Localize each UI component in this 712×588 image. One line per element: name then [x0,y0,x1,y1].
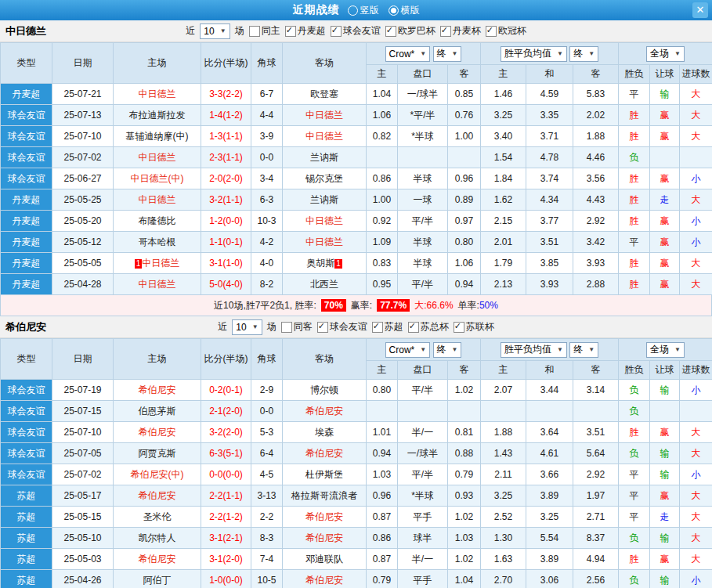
col-type: 类型 [1,43,52,84]
checkbox-icon [440,26,451,37]
league-checkbox[interactable]: 球会友谊 [317,320,367,334]
result-cell: 平 [619,507,650,528]
match-count-select[interactable]: 10 ▼ [232,319,262,335]
date-cell: 25-05-25 [52,189,114,211]
checkbox-icon [285,26,296,37]
select-value: Crow* [389,345,415,355]
handicap-line-cell: 半球 [398,168,448,189]
goals-result-cell: 大 [680,443,712,464]
odds-source-select[interactable]: Crow*▼ [385,46,431,62]
avg-away-cell: 4.43 [573,189,619,211]
goals-result-cell: 小 [680,380,712,401]
odds-home-cell [367,147,398,168]
avg-final-select[interactable]: 终▼ [569,46,598,62]
filter-bar: 近 10 ▼ 场 同客 球会友谊 [218,319,493,335]
handicap-line-cell: 一球 [398,189,448,211]
score-cell: 2-2(1-1) [201,485,251,507]
match-row: 球会友谊 25-07-05 阿贾克斯 6-3(5-1) 6-4 希伯尼安 0.9… [1,443,712,464]
result-cell: 负 [619,443,650,464]
away-team-cell: 兰讷斯 [283,189,367,211]
odds-away-cell: 1.03 [448,528,481,549]
avg-final-select[interactable]: 终▼ [569,342,598,358]
odds-final-select[interactable]: 终▼ [433,46,462,62]
league-checkbox[interactable]: 球会友谊 [331,24,381,38]
league-type-cell: 丹麦超 [1,211,52,232]
home-team-cell: 阿贾克斯 [114,443,201,464]
col-goals: 进球数 [680,361,712,380]
avg-source-select[interactable]: 胜平负均值▼ [501,342,567,358]
odds-home-cell: 1.01 [367,422,398,443]
handicap-result-cell: 输 [650,570,680,588]
home-team-cell: 阿伯丁 [114,570,201,588]
away-team-name: 格拉斯哥流浪者 [291,490,357,501]
score-cell: 0-2(0-1) [201,380,251,401]
home-team-cell: 布拉迪斯拉发 [114,105,201,126]
result-cell: 平 [619,464,650,485]
score-cell: 6-3(5-1) [201,443,251,464]
checkbox-icon [372,322,383,333]
league-label: 球会友谊 [343,24,381,38]
odds-away-cell: 1.02 [448,380,481,401]
odds-away-cell: 0.79 [448,464,481,485]
league-checkbox[interactable]: 欧罗巴杯 [385,24,436,38]
col-avg-away: 客 [573,65,619,84]
checkbox-icon [249,26,260,37]
league-checkbox[interactable]: 苏总杯 [408,320,449,334]
odds-final-select[interactable]: 终▼ [433,342,462,358]
away-team-name: 希伯尼安 [305,532,343,543]
away-team-cell: 奥胡斯1 [283,253,367,274]
home-team-name: 布拉迪斯拉发 [129,110,186,121]
handicap-line-cell: 球半 [398,528,448,549]
match-count-select[interactable]: 10 ▼ [200,23,230,39]
odds-away-cell: 1.02 [448,507,481,528]
away-team-name: 中日德兰 [305,215,343,226]
select-value: 终 [437,47,446,60]
home-team-name: 中日德兰 [139,152,176,163]
single-rate-value: 50% [479,300,498,311]
league-type-cell: 苏超 [1,528,52,549]
corner-cell: 5-3 [251,422,283,443]
goals-result-cell: 大 [680,126,712,147]
select-value: Crow* [389,49,415,60]
match-row: 球会友谊 25-07-02 希伯尼安(中) 0-0(0-0) 4-5 杜伊斯堡 … [1,464,712,485]
layout-radio[interactable]: 竖版 [348,4,379,17]
same-venue-checkbox[interactable]: 同主 [249,24,280,38]
date-cell: 25-07-10 [52,422,114,443]
league-checkbox[interactable]: 丹麦杯 [440,24,481,38]
avg-draw-cell: 4.61 [526,443,573,464]
close-button[interactable]: ✕ [692,2,708,18]
league-checkbox[interactable]: 苏联杯 [454,320,494,334]
layout-radio[interactable]: 横版 [389,4,420,17]
section-midtjylland: 中日德兰 近 10 ▼ 场 同主 丹麦超 [0,20,712,316]
home-team-name: 伯恩茅斯 [139,406,176,417]
scope-select[interactable]: 全场▼ [646,342,685,358]
handicap-result-cell: 赢 [650,422,680,443]
handicap-line-cell: 平手 [398,570,448,588]
league-checkbox[interactable]: 欧冠杯 [486,24,526,38]
avg-source-select[interactable]: 胜平负均值▼ [501,46,567,62]
odds-away-cell [448,147,481,168]
same-venue-label: 同主 [262,24,280,38]
match-row: 丹麦超 25-04-28 中日德兰 5-0(4-0) 8-2 北西兰 0.95 … [1,274,712,295]
odds-away-cell: 1.04 [448,570,481,588]
league-checkbox[interactable]: 苏超 [372,320,403,334]
avg-away-cell: 5.83 [573,84,619,105]
league-checkbox[interactable]: 丹麦超 [285,24,326,38]
avg-draw-cell: 3.74 [526,168,573,189]
date-cell: 25-07-05 [52,443,114,464]
match-row: 球会友谊 25-06-27 中日德兰(中) 2-0(2-0) 3-4 锡尔克堡 … [1,168,712,189]
odds-away-cell: 0.97 [448,211,481,232]
col-date: 日期 [52,43,114,84]
same-venue-checkbox[interactable]: 同客 [281,320,313,334]
scope-select[interactable]: 全场▼ [646,46,685,62]
odds-source-select[interactable]: Crow*▼ [385,342,431,358]
corner-cell: 4-2 [251,232,283,253]
avg-home-cell: 1.54 [481,147,526,168]
avg-home-cell: 3.25 [481,485,526,507]
date-cell: 25-07-15 [52,401,114,422]
handicap-line-cell [398,401,448,422]
corner-cell: 10-3 [251,211,283,232]
handicap-result-cell: 走 [650,189,680,211]
cover-rate-badge: 77.7% [377,299,410,312]
score-cell: 3-2(2-0) [201,422,251,443]
